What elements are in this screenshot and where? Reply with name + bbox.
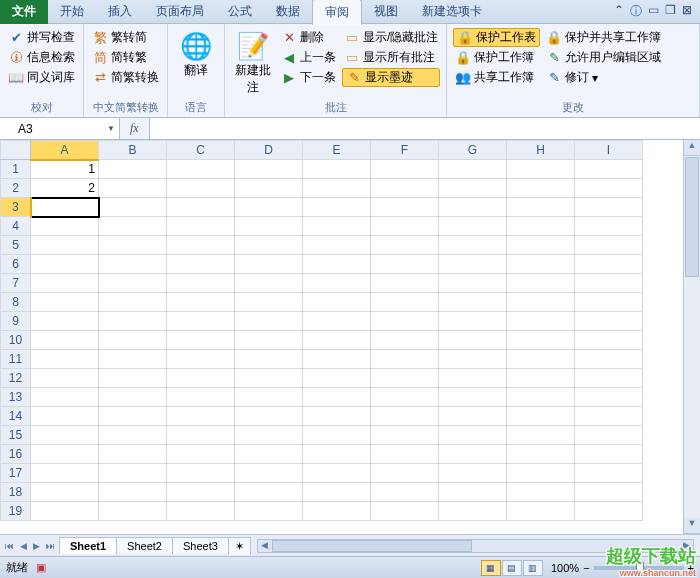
cell-G13[interactable] <box>439 388 507 407</box>
cell-D17[interactable] <box>235 464 303 483</box>
cell-I3[interactable] <box>575 198 643 217</box>
cell-B2[interactable] <box>99 179 167 198</box>
cell-D4[interactable] <box>235 217 303 236</box>
cell-A12[interactable] <box>31 369 99 388</box>
cell-D6[interactable] <box>235 255 303 274</box>
cell-D2[interactable] <box>235 179 303 198</box>
cell-D11[interactable] <box>235 350 303 369</box>
tab-file[interactable]: 文件 <box>0 0 48 24</box>
cell-D12[interactable] <box>235 369 303 388</box>
delete-comment-button[interactable]: ✕删除 <box>279 28 338 47</box>
cell-H8[interactable] <box>507 293 575 312</box>
col-header-C[interactable]: C <box>167 141 235 160</box>
cell-E18[interactable] <box>303 483 371 502</box>
scroll-right-icon[interactable]: ▶ <box>679 540 693 552</box>
row-header-9[interactable]: 9 <box>1 312 31 331</box>
tab-data[interactable]: 数据 <box>264 0 312 24</box>
new-comment-button[interactable]: 📝 新建批注 <box>231 28 275 98</box>
sheet-first-icon[interactable]: ⏮ <box>2 541 17 551</box>
cell-H14[interactable] <box>507 407 575 426</box>
cell-C7[interactable] <box>167 274 235 293</box>
scroll-left-icon[interactable]: ◀ <box>258 540 272 552</box>
cell-F7[interactable] <box>371 274 439 293</box>
vertical-scrollbar[interactable]: ▲ ▼ <box>683 140 700 534</box>
simp-to-trad-button[interactable]: 繁繁转简 <box>90 28 161 47</box>
cell-H4[interactable] <box>507 217 575 236</box>
cell-G12[interactable] <box>439 369 507 388</box>
sheet-tab-3[interactable]: Sheet3 <box>172 537 229 554</box>
cell-H3[interactable] <box>507 198 575 217</box>
cell-F9[interactable] <box>371 312 439 331</box>
tab-home[interactable]: 开始 <box>48 0 96 24</box>
cell-I18[interactable] <box>575 483 643 502</box>
cell-A15[interactable] <box>31 426 99 445</box>
cell-A18[interactable] <box>31 483 99 502</box>
cell-C5[interactable] <box>167 236 235 255</box>
cell-A5[interactable] <box>31 236 99 255</box>
cell-E11[interactable] <box>303 350 371 369</box>
cell-C6[interactable] <box>167 255 235 274</box>
help-icon[interactable]: ⓘ <box>630 3 642 20</box>
share-workbook-button[interactable]: 👥共享工作簿 <box>453 68 540 87</box>
cell-C9[interactable] <box>167 312 235 331</box>
cell-E19[interactable] <box>303 502 371 521</box>
view-normal-button[interactable]: ▦ <box>481 560 501 576</box>
cell-E15[interactable] <box>303 426 371 445</box>
cell-B9[interactable] <box>99 312 167 331</box>
cell-I6[interactable] <box>575 255 643 274</box>
cell-D14[interactable] <box>235 407 303 426</box>
cell-I9[interactable] <box>575 312 643 331</box>
zoom-slider[interactable] <box>594 566 684 570</box>
cell-F11[interactable] <box>371 350 439 369</box>
cell-D7[interactable] <box>235 274 303 293</box>
row-header-13[interactable]: 13 <box>1 388 31 407</box>
cell-B13[interactable] <box>99 388 167 407</box>
cell-E8[interactable] <box>303 293 371 312</box>
cell-E6[interactable] <box>303 255 371 274</box>
cell-D15[interactable] <box>235 426 303 445</box>
scroll-down-icon[interactable]: ▼ <box>684 518 700 534</box>
cell-E3[interactable] <box>303 198 371 217</box>
cell-A19[interactable] <box>31 502 99 521</box>
convert-button[interactable]: ⇄简繁转换 <box>90 68 161 87</box>
col-header-D[interactable]: D <box>235 141 303 160</box>
cell-A6[interactable] <box>31 255 99 274</box>
row-header-1[interactable]: 1 <box>1 160 31 179</box>
cell-I4[interactable] <box>575 217 643 236</box>
cell-D9[interactable] <box>235 312 303 331</box>
row-header-12[interactable]: 12 <box>1 369 31 388</box>
cell-I12[interactable] <box>575 369 643 388</box>
cell-D13[interactable] <box>235 388 303 407</box>
cell-C11[interactable] <box>167 350 235 369</box>
cell-A16[interactable] <box>31 445 99 464</box>
cell-I16[interactable] <box>575 445 643 464</box>
cell-C14[interactable] <box>167 407 235 426</box>
cell-F17[interactable] <box>371 464 439 483</box>
row-header-7[interactable]: 7 <box>1 274 31 293</box>
sheet-tab-1[interactable]: Sheet1 <box>59 537 117 554</box>
cell-A10[interactable] <box>31 331 99 350</box>
cell-C2[interactable] <box>167 179 235 198</box>
cell-F15[interactable] <box>371 426 439 445</box>
cell-C8[interactable] <box>167 293 235 312</box>
col-header-A[interactable]: A <box>31 141 99 160</box>
cell-G18[interactable] <box>439 483 507 502</box>
cell-E7[interactable] <box>303 274 371 293</box>
sheet-prev-icon[interactable]: ◀ <box>17 541 30 551</box>
hscroll-thumb[interactable] <box>272 540 472 552</box>
cell-A7[interactable] <box>31 274 99 293</box>
cell-B3[interactable] <box>99 198 167 217</box>
cell-G6[interactable] <box>439 255 507 274</box>
cell-G10[interactable] <box>439 331 507 350</box>
showhide-comment-button[interactable]: ▭显示/隐藏批注 <box>342 28 440 47</box>
cell-C16[interactable] <box>167 445 235 464</box>
cell-H13[interactable] <box>507 388 575 407</box>
cell-I11[interactable] <box>575 350 643 369</box>
cell-F13[interactable] <box>371 388 439 407</box>
cell-A13[interactable] <box>31 388 99 407</box>
tab-review[interactable]: 审阅 <box>312 0 362 25</box>
cell-H6[interactable] <box>507 255 575 274</box>
cell-I8[interactable] <box>575 293 643 312</box>
cell-G4[interactable] <box>439 217 507 236</box>
cell-E1[interactable] <box>303 160 371 179</box>
